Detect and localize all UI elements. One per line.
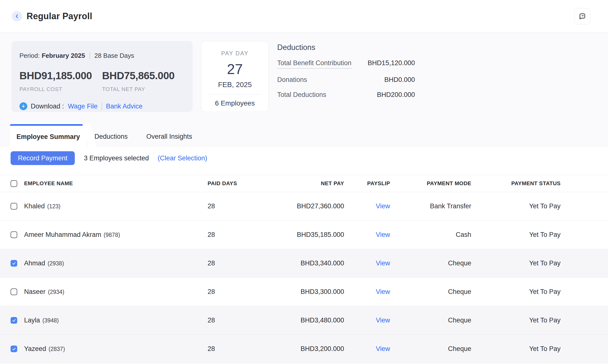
paid-days: 28	[208, 288, 252, 296]
payment-status: Yet To Pay	[471, 259, 561, 267]
page-title: Regular Payroll	[27, 11, 92, 21]
chevron-left-icon	[14, 14, 20, 19]
bank-advice-link[interactable]: Bank Advice	[106, 103, 143, 110]
clear-selection-link[interactable]: (Clear Selection)	[158, 154, 207, 162]
table-row: Khaled(123) 28 BHD27,360.000 View Bank T…	[0, 192, 608, 221]
net-pay: BHD27,360.000	[252, 202, 344, 210]
column-header-employee-name: EMPLOYEE NAME	[24, 180, 208, 187]
employee-id: (2938)	[48, 260, 64, 267]
column-header-payment-mode: PAYMENT MODE	[390, 180, 471, 187]
deduction-row: Donations BHD0.000	[277, 76, 415, 84]
deductions-title: Deductions	[277, 43, 415, 52]
payday-card: PAY DAY 27 FEB, 2025 6 Employees	[201, 41, 269, 112]
employee-id: (2934)	[48, 289, 64, 295]
deduction-row: Total Benefit Contribution BHD15,120.000	[277, 59, 415, 69]
total-deductions-label: Total Deductions	[277, 91, 326, 99]
row-checkbox[interactable]	[11, 288, 17, 295]
total-benefit-contribution-value: BHD15,120.000	[368, 59, 415, 67]
payslip-view-link[interactable]: View	[376, 317, 390, 324]
payroll-summary-card: Period: February 2025 28 Base Days BHD91…	[12, 41, 193, 112]
payment-status: Yet To Pay	[471, 231, 561, 239]
tab-deductions[interactable]: Deductions	[94, 124, 128, 146]
net-pay: BHD3,300.000	[252, 288, 344, 296]
tab-label: Overall Insights	[146, 133, 192, 140]
tab-employee-summary[interactable]: Employee Summary	[10, 124, 87, 146]
table-row: Naseer(2934) 28 BHD3,300.000 View Cheque…	[0, 278, 608, 306]
paid-days: 28	[208, 259, 252, 267]
payment-mode: Cheque	[390, 259, 471, 267]
payday-day: 27	[201, 61, 268, 77]
payment-mode: Cash	[390, 231, 471, 239]
payslip-view-link[interactable]: View	[376, 288, 390, 295]
payment-status: Yet To Pay	[471, 288, 561, 296]
total-net-pay-value: BHD75,865.000	[102, 70, 185, 82]
column-header-payment-status: PAYMENT STATUS	[471, 180, 561, 187]
payday-employee-count: 6 Employees	[201, 99, 268, 107]
record-payment-button[interactable]: Record Payment	[11, 151, 75, 165]
employee-name: Yazeed	[24, 345, 46, 353]
tab-label: Employee Summary	[16, 130, 80, 141]
employee-id: (123)	[47, 203, 61, 210]
divider	[102, 103, 102, 110]
column-header-paid-days: PAID DAYS	[208, 180, 252, 187]
tab-label: Deductions	[94, 133, 128, 140]
employee-name: Naseer	[24, 288, 46, 296]
donations-value: BHD0.000	[384, 76, 415, 84]
payment-mode: Cheque	[390, 345, 471, 353]
row-checkbox[interactable]	[11, 346, 17, 352]
tab-bar: Employee Summary Deductions Overall Insi…	[0, 124, 608, 146]
payday-label: PAY DAY	[201, 50, 268, 57]
comment-icon	[578, 12, 586, 20]
total-benefit-contribution-label[interactable]: Total Benefit Contribution	[277, 59, 351, 69]
tab-content: Record Payment 3 Employees selected (Cle…	[0, 146, 608, 364]
payslip-view-link[interactable]: View	[376, 202, 390, 210]
table-row: Yazeed(2837) 28 BHD3,200.000 View Cheque…	[0, 335, 608, 363]
payment-mode: Cheque	[390, 288, 471, 296]
select-all-checkbox[interactable]	[11, 180, 17, 187]
payday-month-year: FEB, 2025	[201, 81, 268, 89]
column-header-payslip: PAYSLIP	[344, 180, 390, 187]
total-deductions-value: BHD200.000	[377, 91, 415, 99]
row-checkbox[interactable]	[11, 203, 17, 210]
row-checkbox[interactable]	[11, 231, 17, 238]
donations-label: Donations	[277, 76, 307, 84]
tab-overall-insights[interactable]: Overall Insights	[146, 124, 192, 146]
paid-days: 28	[208, 202, 252, 210]
total-net-pay-label: TOTAL NET PAY	[102, 86, 185, 92]
payment-status: Yet To Pay	[471, 345, 561, 353]
period-value: February 2025	[42, 52, 85, 60]
net-pay: BHD3,340.000	[252, 259, 344, 267]
divider	[90, 52, 90, 60]
net-pay: BHD3,200.000	[252, 345, 344, 353]
download-icon	[19, 102, 27, 110]
comment-button[interactable]	[574, 8, 590, 24]
payslip-view-link[interactable]: View	[376, 259, 390, 267]
selected-count-text: 3 Employees selected	[84, 154, 149, 162]
net-pay: BHD3,480.000	[252, 317, 344, 324]
employee-name: Khaled	[24, 202, 45, 210]
employee-id: (3948)	[43, 317, 59, 324]
net-pay: BHD35,185.000	[252, 231, 344, 239]
action-row: Record Payment 3 Employees selected (Cle…	[11, 151, 608, 165]
payslip-view-link[interactable]: View	[376, 345, 390, 352]
payment-status: Yet To Pay	[471, 317, 561, 324]
paid-days: 28	[208, 231, 252, 239]
download-label: Download :	[31, 103, 64, 110]
paid-days: 28	[208, 345, 252, 353]
row-checkbox[interactable]	[11, 260, 17, 267]
top-bar: Regular Payroll	[0, 0, 608, 32]
table-row: Layla(3948) 28 BHD3,480.000 View Cheque …	[0, 306, 608, 335]
payroll-cost-label: PAYROLL COST	[19, 86, 102, 92]
row-checkbox[interactable]	[11, 317, 17, 324]
employee-name: Layla	[24, 317, 40, 324]
employee-id: (9878)	[104, 232, 120, 238]
period-label: Period:	[19, 52, 40, 60]
back-button[interactable]	[12, 11, 22, 21]
employee-name: Ahmad	[24, 259, 45, 267]
payroll-cost-value: BHD91,185.000	[19, 70, 102, 82]
summary-section: Period: February 2025 28 Base Days BHD91…	[12, 41, 415, 112]
employee-name: Ameer Muhammad Akram	[24, 231, 101, 239]
payslip-view-link[interactable]: View	[376, 231, 390, 238]
wage-file-link[interactable]: Wage File	[68, 103, 98, 110]
deductions-summary: Deductions Total Benefit Contribution BH…	[277, 41, 415, 112]
